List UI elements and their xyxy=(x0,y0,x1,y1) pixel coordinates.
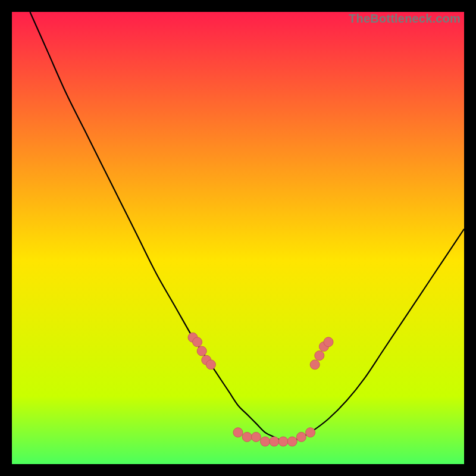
highlight-dot xyxy=(310,360,320,369)
highlight-dot xyxy=(278,437,288,446)
highlight-dot xyxy=(193,337,202,347)
highlight-dot xyxy=(306,428,315,437)
highlight-dot xyxy=(197,346,206,356)
highlight-dot xyxy=(261,437,270,446)
highlight-dot xyxy=(270,437,279,446)
chart-svg xyxy=(12,12,464,464)
highlight-dot xyxy=(242,432,252,441)
highlight-dot xyxy=(206,360,215,369)
chart-frame: TheBottleneck.com xyxy=(12,12,464,464)
highlight-dot xyxy=(251,432,261,441)
highlight-dot xyxy=(233,428,243,437)
highlight-dot xyxy=(324,337,333,347)
highlight-dot xyxy=(296,432,306,441)
highlight-dot xyxy=(315,351,324,361)
gradient-background xyxy=(12,12,464,464)
highlight-dot xyxy=(287,437,297,446)
